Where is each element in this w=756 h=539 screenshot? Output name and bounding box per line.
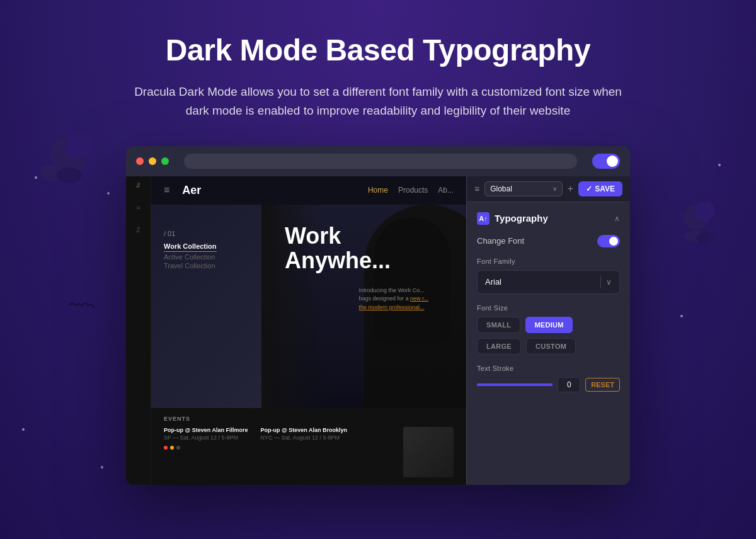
traffic-light-red[interactable] [136,157,144,165]
hero-headline: WorkAnywhe... [285,224,391,273]
chevron-up-icon[interactable]: ∧ [614,214,620,223]
browser-window: Tu E Fo ≡ Aer Home Products Ab... [126,146,630,485]
scope-select[interactable]: Global ∨ [484,181,563,196]
typography-icon: A↑ [477,212,490,225]
font-family-dropdown: ∨ [595,276,612,288]
website-logo: Aer [182,184,201,197]
event-date-sf: SF — Sat, August 12 / 5-8PM [164,434,248,441]
hero-number: / 01 [164,230,217,237]
settings-panel: ≡ Global ∨ + ✓ SAVE [466,176,630,485]
font-size-small[interactable]: SMALL [477,317,520,333]
panel-toolbar: ≡ Global ∨ + ✓ SAVE [467,176,630,202]
typography-section-title: Typography [495,213,548,224]
nav-link-about: Ab... [438,186,454,195]
browser-address-bar[interactable] [184,154,577,169]
change-font-row: Change Font [477,235,620,247]
dot-red [164,446,168,450]
font-size-custom[interactable]: CUSTOM [526,338,576,355]
stroke-slider[interactable] [477,383,553,386]
hero-link: new r... [410,295,428,302]
event-date-nyc: NYC — Sat, August 12 / 5-8PM [260,434,346,441]
stroke-slider-track [477,383,553,386]
browser-titlebar [126,146,630,176]
font-family-value: Arial [485,277,501,287]
collection-work: Work Collection [164,242,217,252]
font-size-label: Font Size [477,304,620,312]
section-title-row: A↑ Typography [477,212,548,225]
hero-subtext: Introducing the Work Co... bags designed… [358,287,428,312]
chevron-down-icon: ∨ [606,278,612,287]
event-item-sf: Pop-up @ Steven Alan Fillmore SF — Sat, … [164,427,248,441]
website-navbar: ≡ Aer Home Products Ab... [151,176,466,205]
event-name-sf: Pop-up @ Steven Alan Fillmore [164,427,248,433]
hamburger-icon: ≡ [164,184,169,196]
event-name-nyc: Pop-up @ Steven Alan Brooklyn [260,427,346,433]
website-hero: / 01 Work Collection Active Collection T… [151,205,466,408]
dark-mode-toggle[interactable] [592,154,620,169]
scope-label: Global [490,184,512,193]
collection-travel: Travel Collection [164,262,217,270]
divider [600,276,601,288]
reset-button[interactable]: RESET [585,378,620,392]
typography-section-header: A↑ Typography ∧ [477,212,620,225]
event-photo [403,427,454,477]
chevron-down-icon: ∨ [553,185,557,192]
dot-yellow [170,446,174,450]
website-preview: Tu E Fo ≡ Aer Home Products Ab... [126,176,466,485]
text-stroke-section: Text Stroke 0 RESET [477,365,620,392]
page-subtitle: Dracula Dark Mode allows you to set a di… [132,82,624,121]
change-font-toggle[interactable] [597,235,620,247]
change-font-label: Change Font [477,236,524,246]
traffic-light-yellow[interactable] [149,157,156,165]
events-list: Pop-up @ Steven Alan Fillmore SF — Sat, … [164,427,393,441]
left-nav-fo: Fo [135,227,141,232]
events-label: EVENTS [164,416,454,422]
panel-hamburger-icon: ≡ [474,184,479,194]
stroke-controls: 0 RESET [477,377,620,392]
font-size-buttons: SMALL MEDIUM LARGE CUSTOM [477,317,620,355]
website-nav-links: Home Products Ab... [368,186,454,195]
nav-link-products: Products [398,186,428,195]
event-dots [164,446,393,450]
collection-active: Active Collection [164,253,217,261]
hero-link2: the modern professional... [358,304,424,310]
hero-content: / 01 Work Collection Active Collection T… [164,230,217,271]
traffic-light-green[interactable] [161,157,169,165]
main-content: Dark Mode Based Typography Dracula Dark … [0,0,756,485]
website-left-nav: Tu E Fo [126,176,151,485]
font-size-large[interactable]: LARGE [477,338,521,355]
left-nav-tu: Tu [135,183,141,188]
nav-link-home: Home [368,186,388,195]
text-stroke-label: Text Stroke [477,365,620,372]
browser-content: Tu E Fo ≡ Aer Home Products Ab... [126,176,630,485]
events-text-col: Pop-up @ Steven Alan Fillmore SF — Sat, … [164,427,393,450]
typography-letter: A↑ [479,215,487,222]
website-events: EVENTS Pop-up @ Steven Alan Fillmore SF … [151,408,466,485]
font-size-medium[interactable]: MEDIUM [525,317,572,333]
panel-body: A↑ Typography ∧ Change Font Font Family [467,202,630,485]
dot-gray [176,446,180,450]
save-label: SAVE [595,184,615,193]
add-icon[interactable]: + [568,183,573,195]
events-row: Pop-up @ Steven Alan Fillmore SF — Sat, … [164,427,454,477]
check-icon: ✓ [586,184,592,193]
font-family-select[interactable]: Arial ∨ [477,270,620,294]
stroke-value-box[interactable]: 0 [558,377,580,392]
hero-collections: Work Collection Active Collection Travel… [164,242,217,270]
event-item-nyc: Pop-up @ Steven Alan Brooklyn NYC — Sat,… [260,427,346,441]
page-title: Dark Mode Based Typography [166,33,590,67]
font-family-label: Font Family [477,258,620,265]
save-button[interactable]: ✓ SAVE [578,181,622,196]
left-nav-e: E [135,206,141,209]
